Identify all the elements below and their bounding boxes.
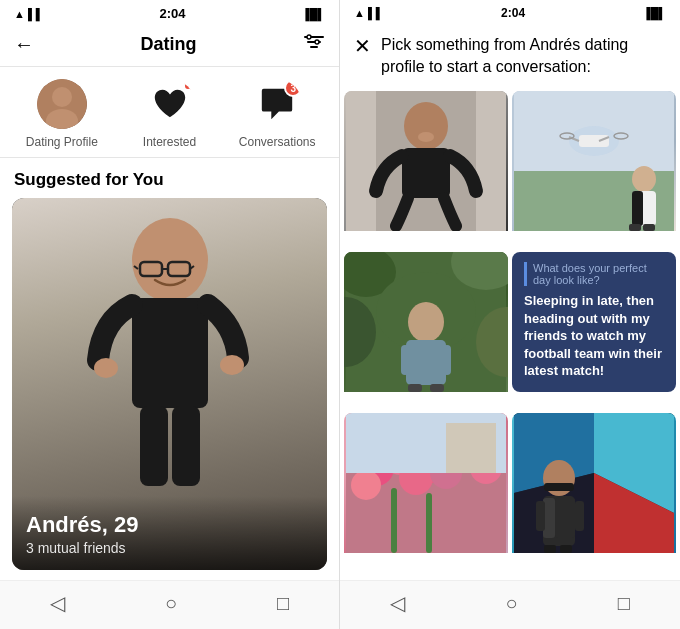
profile-name: Andrés, 29 [26, 512, 313, 538]
svg-rect-69 [544, 483, 574, 491]
close-button[interactable]: ✕ [354, 36, 371, 56]
signal-icons: ▲ ▌▌ [14, 8, 43, 20]
bottom-nav-right: ◁ ○ □ [340, 580, 680, 629]
svg-rect-17 [140, 406, 168, 486]
tab-label-profile: Dating Profile [26, 135, 98, 149]
chat-icon-wrap: 3 [252, 79, 302, 129]
recents-nav-icon-right[interactable]: □ [618, 592, 630, 615]
home-nav-icon-right[interactable]: ○ [505, 592, 517, 615]
left-panel: ▲ ▌▌ 2:04 ▐█▌ ← Dating [0, 0, 340, 629]
quote-question: What does your perfect day look like? [524, 262, 664, 286]
signal-icon-right: ▌▌ [368, 7, 384, 19]
profile-card[interactable]: Andrés, 29 3 mutual friends [12, 198, 327, 570]
photo-grid: What does your perfect day look like? Sl… [340, 91, 680, 570]
svg-point-32 [632, 166, 656, 192]
header-line1: Pick something from Andrés datingprofile… [381, 36, 628, 75]
page-title: Dating [141, 34, 197, 55]
battery-icons: ▐█▌ [302, 8, 325, 20]
tab-conversations[interactable]: 3 Conversations [223, 79, 331, 149]
section-title: Suggested for You [0, 158, 339, 198]
svg-rect-47 [408, 384, 422, 392]
svg-rect-46 [443, 345, 451, 375]
svg-rect-73 [536, 501, 545, 531]
svg-point-56 [351, 470, 381, 500]
svg-rect-27 [579, 135, 609, 147]
time-left: 2:04 [160, 6, 186, 21]
svg-rect-14 [132, 298, 208, 408]
svg-rect-74 [575, 501, 584, 531]
svg-point-21 [404, 102, 448, 150]
svg-point-6 [52, 87, 72, 107]
profile-avatar-wrap [37, 79, 87, 129]
svg-rect-72 [555, 498, 575, 538]
tab-interested[interactable]: Interested [116, 79, 224, 149]
svg-rect-48 [430, 384, 444, 392]
svg-rect-45 [401, 345, 409, 375]
svg-point-8 [132, 218, 208, 302]
profile-mutual-friends: 3 mutual friends [26, 540, 313, 556]
photo-sim-3 [344, 252, 508, 392]
svg-rect-34 [632, 191, 643, 226]
svg-point-15 [94, 358, 118, 378]
right-header: ✕ Pick something from Andrés datingprofi… [340, 24, 680, 91]
person-figure-svg [60, 198, 280, 510]
quote-answer: Sleeping in late, then heading out with … [524, 292, 664, 380]
conversations-badge: 3 [284, 79, 302, 97]
svg-rect-44 [406, 340, 446, 385]
grid-cell-quote[interactable]: What does your perfect day look like? Sl… [512, 252, 676, 392]
right-header-text: Pick something from Andrés datingprofile… [381, 34, 628, 79]
svg-rect-59 [391, 488, 397, 553]
signal-icon: ▌▌ [28, 8, 44, 20]
bottom-nav-left: ◁ ○ □ [0, 580, 339, 629]
svg-rect-22 [402, 148, 450, 198]
heart-svg [151, 85, 189, 123]
svg-rect-75 [544, 545, 556, 553]
profile-avatar [37, 79, 87, 129]
time-right: 2:04 [501, 6, 525, 20]
tab-label-conversations: Conversations [239, 135, 316, 149]
back-nav-icon-right[interactable]: ◁ [390, 591, 405, 615]
home-nav-icon[interactable]: ○ [165, 592, 177, 615]
avatar-svg [37, 79, 87, 129]
grid-cell-5[interactable] [344, 413, 508, 570]
photo-sim-6 [512, 413, 676, 553]
wifi-icon: ▲ [14, 8, 25, 20]
battery-icon: ▐█▌ [302, 8, 325, 20]
tab-dating-profile[interactable]: Dating Profile [8, 79, 116, 149]
profile-card-overlay: Andrés, 29 3 mutual friends [12, 496, 327, 570]
svg-rect-36 [643, 224, 655, 231]
svg-rect-35 [629, 224, 641, 231]
svg-rect-62 [446, 423, 496, 473]
svg-rect-60 [426, 493, 432, 553]
recents-nav-icon[interactable]: □ [277, 592, 289, 615]
back-nav-icon[interactable]: ◁ [50, 591, 65, 615]
photo-sim-5 [344, 413, 508, 553]
grid-cell-6[interactable] [512, 413, 676, 570]
battery-icon-right: ▐█▌ [643, 7, 666, 19]
svg-rect-18 [172, 406, 200, 486]
photo-sim-2 [512, 91, 676, 231]
photo-sim-1 [344, 91, 508, 231]
back-button[interactable]: ← [14, 33, 34, 56]
top-nav: ← Dating [0, 25, 339, 67]
heart-icon-wrap [145, 79, 195, 129]
flowers-photo [344, 413, 508, 553]
svg-point-23 [418, 132, 434, 142]
tab-label-interested: Interested [143, 135, 196, 149]
svg-point-43 [408, 302, 444, 342]
signal-icons-right: ▲ ▌▌ [354, 7, 383, 19]
interested-badge [183, 81, 193, 91]
wall-photo [512, 413, 676, 553]
svg-point-4 [315, 40, 319, 44]
status-bar-left: ▲ ▌▌ 2:04 ▐█▌ [0, 0, 339, 25]
drone-photo [512, 91, 676, 231]
grid-cell-3[interactable] [344, 252, 508, 409]
svg-point-16 [220, 355, 244, 375]
filter-button[interactable] [303, 33, 325, 56]
svg-point-3 [307, 35, 311, 39]
right-panel: ▲ ▌▌ 2:04 ▐█▌ ✕ Pick something from Andr… [340, 0, 680, 629]
svg-rect-76 [560, 545, 572, 553]
status-bar-right: ▲ ▌▌ 2:04 ▐█▌ [340, 0, 680, 24]
grid-cell-2[interactable] [512, 91, 676, 248]
grid-cell-1[interactable] [344, 91, 508, 248]
